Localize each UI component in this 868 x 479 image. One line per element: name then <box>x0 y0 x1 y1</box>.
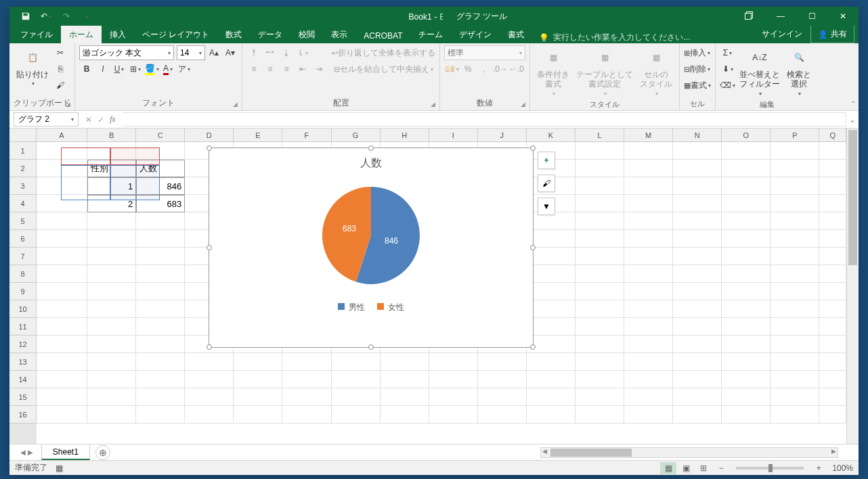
align-middle-button[interactable]: ⭤ <box>263 45 278 60</box>
undo-button[interactable]: ↶▾ <box>37 8 56 24</box>
tab-chart-format[interactable]: 書式 <box>500 26 532 43</box>
resize-handle[interactable] <box>207 344 212 350</box>
redo-button[interactable]: ↷ <box>57 8 76 24</box>
align-top-button[interactable]: ⭱ <box>246 45 261 60</box>
number-format-select[interactable]: 標準▾ <box>444 45 525 60</box>
tab-chart-design[interactable]: デザイン <box>451 26 500 43</box>
formula-bar[interactable] <box>123 112 846 127</box>
inc-decimal-button[interactable]: .0→ <box>493 62 508 76</box>
row-headers[interactable]: 12345678910111213141516 <box>9 142 37 444</box>
border-button[interactable]: ⊞▾ <box>128 62 143 76</box>
ribbon-display-options[interactable] <box>734 7 765 26</box>
tab-insert[interactable]: 挿入 <box>102 26 134 43</box>
tab-page-layout[interactable]: ページ レイアウト <box>134 26 217 43</box>
tab-view[interactable]: 表示 <box>323 26 355 43</box>
tab-review[interactable]: 校閲 <box>290 26 323 43</box>
view-normal-button[interactable]: ▦ <box>660 462 676 474</box>
cancel-formula-icon[interactable]: ✕ <box>85 115 92 124</box>
view-pagebreak-button[interactable]: ⊞ <box>695 462 712 474</box>
align-bottom-button[interactable]: ⭳ <box>279 45 294 60</box>
bold-button[interactable]: B <box>79 62 94 76</box>
chart-elements-button[interactable]: + <box>538 152 555 169</box>
percent-button[interactable]: % <box>460 62 475 76</box>
chart-object[interactable]: 人数 846 683 男性 女性 <box>209 147 534 348</box>
cut-button[interactable]: ✂ <box>53 45 68 60</box>
tab-formulas[interactable]: 数式 <box>217 26 250 43</box>
expand-formula-bar-icon[interactable]: ⌄ <box>846 115 859 124</box>
macro-record-icon[interactable]: ▦ <box>56 463 63 473</box>
insert-cells-button[interactable]: ⊞ 挿入 ▾ <box>684 45 710 60</box>
find-select-button[interactable]: 🔍検索と 選択▾ <box>784 45 814 98</box>
share-button[interactable]: 👤 共有 <box>810 25 854 43</box>
clear-button[interactable]: ⌫▾ <box>720 78 735 93</box>
italic-button[interactable]: I <box>95 62 110 76</box>
minimize-button[interactable]: — <box>765 7 796 26</box>
close-button[interactable]: ✕ <box>827 7 859 26</box>
cell-styles-button[interactable]: ▦セルの スタイル▾ <box>637 45 675 98</box>
indent-inc-button[interactable]: ⇥ <box>311 62 326 76</box>
dec-decimal-button[interactable]: ←.0 <box>509 62 524 76</box>
format-cells-button[interactable]: ▦ 書式 ▾ <box>684 78 711 93</box>
resize-handle[interactable] <box>207 245 212 250</box>
font-size-select[interactable]: 14▾ <box>177 45 205 60</box>
sheet-tab-sheet1[interactable]: Sheet1 <box>41 445 90 460</box>
comma-button[interactable]: , <box>477 62 492 76</box>
copy-button[interactable]: ⎘ <box>53 62 68 76</box>
format-table-button[interactable]: ▦テーブルとして 書式設定▾ <box>573 45 636 98</box>
chart-filters-button[interactable]: ▼ <box>538 198 555 215</box>
tell-me-input[interactable]: 💡 実行したい作業を入力してください... <box>532 32 697 43</box>
indent-dec-button[interactable]: ⇤ <box>295 62 310 76</box>
chart-legend[interactable]: 男性 女性 <box>209 296 533 319</box>
font-color-button[interactable]: A▾ <box>160 62 175 76</box>
fx-icon[interactable]: fx <box>110 114 116 124</box>
tab-home[interactable]: ホーム <box>61 26 102 43</box>
zoom-in-button[interactable]: + <box>810 462 827 474</box>
resize-handle[interactable] <box>368 344 374 350</box>
horizontal-scrollbar[interactable]: ◀▶ <box>540 447 838 458</box>
spreadsheet-grid[interactable]: ABCDEFGHIJKLMNOPQ 1234567891011121314151… <box>9 129 859 444</box>
vertical-scrollbar[interactable] <box>846 129 859 444</box>
sort-filter-button[interactable]: A↓Z並べ替えと フィルター▾ <box>737 45 783 98</box>
select-all-corner[interactable] <box>9 129 37 142</box>
orientation-button[interactable]: ⤹▾ <box>295 45 310 60</box>
resize-handle[interactable] <box>368 145 374 151</box>
zoom-out-button[interactable]: − <box>713 462 729 474</box>
new-sheet-button[interactable]: ⊕ <box>95 445 110 460</box>
resize-handle[interactable] <box>530 145 536 151</box>
tab-file[interactable]: ファイル <box>12 26 61 43</box>
chart-styles-button[interactable]: 🖌 <box>538 175 555 192</box>
shrink-font-button[interactable]: A▾ <box>223 45 238 60</box>
resize-handle[interactable] <box>530 344 536 350</box>
name-box[interactable]: グラフ 2▾ <box>14 112 79 127</box>
autosum-button[interactable]: Σ▾ <box>720 45 735 60</box>
view-layout-button[interactable]: ▣ <box>678 462 694 474</box>
enter-formula-icon[interactable]: ✓ <box>97 115 104 124</box>
tab-data[interactable]: データ <box>250 26 290 43</box>
align-left-button[interactable]: ≡ <box>246 62 261 76</box>
align-center-button[interactable]: ≡ <box>263 62 278 76</box>
number-dialog-icon[interactable]: ◢ <box>519 101 527 109</box>
pie-chart[interactable]: 846 683 <box>209 175 533 296</box>
sign-in-link[interactable]: サインイン <box>754 28 810 40</box>
wrap-text-button[interactable]: ↩ 折り返して全体を表示する <box>332 45 435 60</box>
grow-font-button[interactable]: A▴ <box>207 45 221 60</box>
accounting-button[interactable]: 💴▾ <box>444 62 459 76</box>
zoom-slider[interactable] <box>736 467 804 470</box>
qat-customize[interactable]: ▾ <box>77 8 96 24</box>
resize-handle[interactable] <box>530 245 536 250</box>
tab-acrobat[interactable]: ACROBAT <box>355 28 410 43</box>
resize-handle[interactable] <box>207 145 212 151</box>
tab-team[interactable]: チーム <box>410 26 451 43</box>
font-name-select[interactable]: 游ゴシック 本文▾ <box>79 45 174 60</box>
font-dialog-icon[interactable]: ◢ <box>231 101 239 109</box>
phonetic-button[interactable]: ア▾ <box>177 62 192 76</box>
align-dialog-icon[interactable]: ◢ <box>429 101 437 109</box>
fill-button[interactable]: ⬇▾ <box>720 62 735 76</box>
conditional-format-button[interactable]: ▦条件付き 書式▾ <box>534 45 572 98</box>
paste-button[interactable]: 📋貼り付け▾ <box>14 45 51 89</box>
save-button[interactable] <box>16 8 35 24</box>
fill-color-button[interactable]: 🪣▾ <box>144 62 159 76</box>
align-right-button[interactable]: ≡ <box>279 62 294 76</box>
delete-cells-button[interactable]: ⊟ 削除 ▾ <box>684 62 710 76</box>
maximize-button[interactable]: ☐ <box>796 7 827 26</box>
